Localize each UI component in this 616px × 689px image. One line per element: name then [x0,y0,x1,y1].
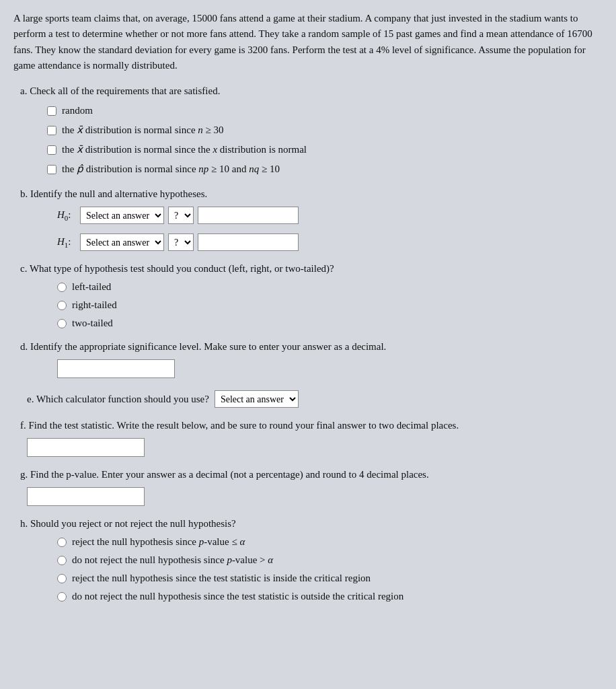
checkbox-random[interactable] [47,106,56,116]
section-d-label: d. Identify the appropriate significance… [20,341,603,353]
radio-reject-le[interactable] [57,538,67,547]
h1-question-select[interactable]: ? < > = ≠ [168,233,194,251]
radio-not-reject-gt-label: do not reject the null hypothesis since … [72,554,273,566]
section-h: h. Should you reject or not reject the n… [13,518,603,602]
radio-not-reject-outside-label: do not reject the null hypothesis since … [72,591,403,602]
radio-right[interactable] [57,301,67,310]
checkbox-random-label: random [62,104,93,118]
h0-question-select[interactable]: ? < > = ≠ [168,207,194,224]
radio-item-reject-inside: reject the null hypothesis since the tes… [57,573,603,584]
section-e-label: e. Which calculator function should you … [27,394,209,405]
calc-function-select[interactable]: Select an answer Z-Test T-Test 1-PropZTe… [215,390,299,408]
radio-right-label: right-tailed [72,299,117,311]
significance-input[interactable] [57,359,175,378]
checkbox-item-xbar-x: the x̄ distribution is normal since the … [47,143,603,157]
section-a: a. Check all of the requirements that ar… [13,85,603,176]
h1-value-input[interactable] [198,233,299,251]
section-b: b. Identify the null and alternative hyp… [13,188,603,251]
calc-row: e. Which calculator function should you … [20,390,603,408]
section-d: d. Identify the appropriate significance… [13,341,603,378]
section-a-label: a. Check all of the requirements that ar… [20,85,603,97]
section-b-label: b. Identify the null and alternative hyp… [20,188,603,200]
section-h-label: h. Should you reject or not reject the n… [20,518,603,530]
h1-select-answer[interactable]: Select an answer μ = 15000 μ > 15000 μ <… [80,233,164,251]
radio-not-reject-outside[interactable] [57,592,67,602]
radio-item-not-reject-outside: do not reject the null hypothesis since … [57,591,603,602]
radio-two-label: two-tailed [72,318,113,329]
radio-item-right: right-tailed [57,299,603,311]
h0-select-answer[interactable]: Select an answer μ = 15000 μ > 15000 μ <… [80,207,164,224]
h0-row: H0: Select an answer μ = 15000 μ > 15000… [20,207,603,224]
h1-row: H1: Select an answer μ = 15000 μ > 15000… [20,233,603,251]
radio-group-h: reject the null hypothesis since p-value… [20,536,603,602]
section-g-label: g. Find the p-value. Enter your answer a… [20,469,603,480]
section-e: e. Which calculator function should you … [13,390,603,408]
checkbox-item-random: random [47,104,603,118]
checkbox-xbar-n30[interactable] [47,126,56,135]
section-c: c. What type of hypothesis test should y… [13,263,603,329]
section-f: f. Find the test statistic. Write the re… [13,420,603,457]
radio-item-reject-le: reject the null hypothesis since p-value… [57,536,603,548]
section-c-label: c. What type of hypothesis test should y… [20,263,603,275]
h1-label: H1: [57,236,76,249]
checkbox-xbar-x[interactable] [47,145,56,155]
checkbox-group-a: random the x̄ distribution is normal sin… [20,104,603,176]
radio-reject-inside-label: reject the null hypothesis since the tes… [72,573,371,584]
radio-not-reject-gt[interactable] [57,556,67,565]
checkbox-item-phat: the p̂ distribution is normal since np ≥… [47,162,603,176]
checkbox-xbar-n30-label: the x̄ distribution is normal since n ≥ … [62,123,224,137]
problem-text: A large sports team claims that, on aver… [13,11,603,73]
test-statistic-input[interactable] [27,438,145,457]
radio-item-two: two-tailed [57,318,603,329]
h0-value-input[interactable] [198,207,299,224]
checkbox-xbar-x-label: the x̄ distribution is normal since the … [62,143,307,157]
radio-two[interactable] [57,319,67,328]
radio-left-label: left-tailed [72,281,111,293]
checkbox-item-xbar-n30: the x̄ distribution is normal since n ≥ … [47,123,603,137]
pvalue-input[interactable] [27,487,145,506]
h0-label: H0: [57,209,76,222]
radio-item-left: left-tailed [57,281,603,293]
section-g: g. Find the p-value. Enter your answer a… [13,469,603,506]
radio-left[interactable] [57,283,67,292]
checkbox-phat-label: the p̂ distribution is normal since np ≥… [62,162,280,176]
radio-group-c: left-tailed right-tailed two-tailed [20,281,603,329]
radio-reject-inside[interactable] [57,574,67,583]
section-f-label: f. Find the test statistic. Write the re… [20,420,603,431]
radio-reject-le-label: reject the null hypothesis since p-value… [72,536,245,548]
checkbox-phat[interactable] [47,165,56,174]
radio-item-not-reject-gt: do not reject the null hypothesis since … [57,554,603,566]
